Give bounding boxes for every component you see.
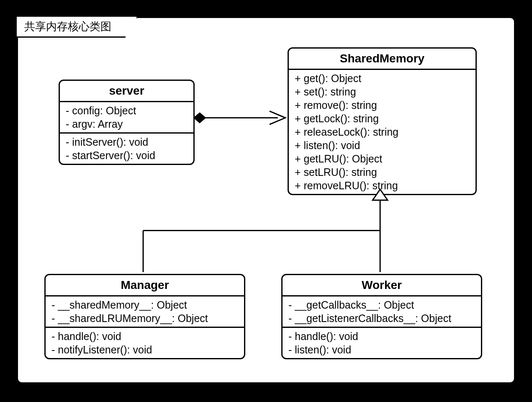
class-worker-name: Worker xyxy=(283,275,481,296)
method-row: + get(): Object xyxy=(295,72,470,85)
attr-row: - __getCallbacks__: Object xyxy=(288,298,475,312)
method-row: + removeLRU(): string xyxy=(295,179,470,192)
svg-marker-1 xyxy=(194,113,206,123)
attr-row: - __getListenerCallbacks__: Object xyxy=(288,312,475,325)
attr-row: - argv: Array xyxy=(66,117,188,131)
method-row: + remove(): string xyxy=(295,98,470,112)
class-server-attributes: - config: Object - argv: Array xyxy=(60,102,193,132)
method-row: + getLock(): string xyxy=(295,112,470,125)
method-row: - notifyListener(): void xyxy=(51,343,238,356)
class-worker-attributes: - __getCallbacks__: Object - __getListen… xyxy=(283,296,481,327)
class-server: server - config: Object - argv: Array - … xyxy=(59,80,195,165)
class-server-name: server xyxy=(60,81,193,102)
method-row: + listen(): void xyxy=(295,139,470,152)
method-row: - handle(): void xyxy=(51,330,238,343)
method-row: + setLRU(): string xyxy=(295,165,470,179)
class-manager-methods: - handle(): void - notifyListener(): voi… xyxy=(46,327,244,358)
method-row: + getLRU(): Object xyxy=(295,152,470,165)
class-sharedmemory: SharedMemory + get(): Object + set(): st… xyxy=(288,47,477,195)
method-row: - listen(): void xyxy=(288,343,475,356)
class-manager: Manager - __sharedMemory__: Object - __s… xyxy=(44,274,245,359)
method-row: - handle(): void xyxy=(288,330,475,343)
class-worker-methods: - handle(): void - listen(): void xyxy=(283,327,481,358)
generalization-arrow-subclasses-sharedmemory xyxy=(143,189,388,272)
diagram-title: 共享内存核心类图 xyxy=(17,17,138,38)
class-worker: Worker - __getCallbacks__: Object - __ge… xyxy=(281,274,482,359)
class-sharedmemory-methods: + get(): Object + set(): string + remove… xyxy=(289,70,475,194)
class-sharedmemory-name: SharedMemory xyxy=(289,49,475,70)
class-manager-name: Manager xyxy=(46,275,244,296)
composition-arrow-server-sharedmemory xyxy=(194,111,285,124)
class-server-methods: - initServer(): void - startServer(): vo… xyxy=(60,132,193,164)
attr-row: - __sharedMemory__: Object xyxy=(51,298,238,312)
method-row: - initServer(): void xyxy=(66,135,188,149)
class-manager-attributes: - __sharedMemory__: Object - __sharedLRU… xyxy=(46,296,244,327)
attr-row: - config: Object xyxy=(66,104,188,117)
method-row: + releaseLock(): string xyxy=(295,125,470,139)
diagram-frame: 共享内存核心类图 server - config: Object - argv:… xyxy=(17,17,515,384)
attr-row: - __sharedLRUMemory__: Object xyxy=(51,312,238,325)
method-row: + set(): string xyxy=(295,85,470,98)
method-row: - startServer(): void xyxy=(66,149,188,162)
